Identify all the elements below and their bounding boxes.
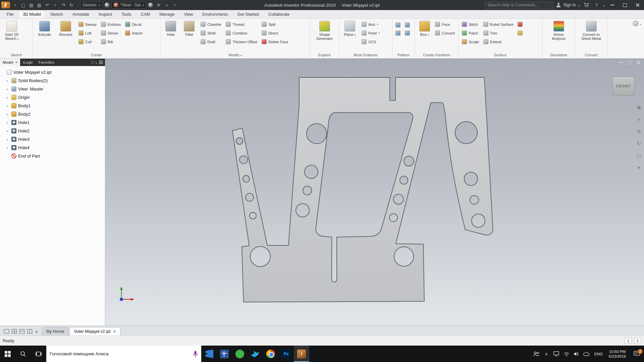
update-icon[interactable] [68, 1, 75, 9]
expand-chevron-icon[interactable] [7, 146, 10, 149]
tree-item-hole4[interactable]: Hole4 [0, 143, 105, 152]
adjust-sphere-icon[interactable] [148, 3, 153, 7]
start-button[interactable] [0, 346, 15, 362]
add-icon[interactable] [163, 1, 170, 9]
maximize-button[interactable] [620, 0, 630, 10]
alice-search-box[interactable] [46, 346, 201, 362]
tree-item-hole3[interactable]: Hole3 [0, 135, 105, 143]
circular-pattern-button[interactable] [404, 21, 412, 28]
group-label-surface[interactable]: Surface [459, 53, 542, 58]
language-indicator[interactable]: ENG [592, 352, 605, 356]
tile-windows-icon[interactable] [12, 329, 17, 334]
sign-in-caret-icon[interactable] [579, 2, 580, 8]
delete-face-button[interactable]: Delete Face [260, 38, 290, 46]
stress-analysis-button[interactable]: Stress Analysis [547, 20, 571, 41]
tree-item-view-master[interactable]: View: Master [0, 85, 105, 93]
group-label-pattern[interactable]: Pattern [392, 53, 415, 58]
tree-item-end-of-part[interactable]: End of Part [0, 152, 105, 160]
undo-caret-icon[interactable] [52, 1, 59, 9]
group-label-modify[interactable]: Modify [160, 53, 310, 58]
save-icon[interactable] [36, 1, 43, 9]
expand-chevron-icon[interactable] [7, 96, 10, 99]
app-menu-caret-icon[interactable] [11, 1, 19, 9]
tab-annotate[interactable]: Annotate [68, 10, 94, 18]
tab-document[interactable]: Voter Miqayel v2.ipt [69, 327, 120, 336]
group-label-convert[interactable]: Convert [575, 53, 607, 58]
face-button[interactable]: Face [433, 20, 457, 28]
minimize-button[interactable] [607, 0, 617, 10]
tree-item-hole2[interactable]: Hole2 [0, 127, 105, 135]
taskbar-app-photoshop[interactable]: Ps [278, 346, 294, 362]
inventor-logo-icon[interactable] [1, 2, 10, 8]
wifi-icon[interactable] [561, 352, 572, 356]
search-icon[interactable] [90, 59, 97, 66]
tab-my-home[interactable]: My Home [42, 327, 68, 336]
rib-button[interactable]: Rib [99, 38, 123, 46]
doc-minimize-button[interactable] [617, 60, 625, 65]
convert-to-sheet-metal-button[interactable]: Convert to Sheet Metal [578, 20, 605, 41]
expand-chevron-icon[interactable] [2, 71, 5, 74]
rectangular-pattern-button[interactable] [395, 21, 403, 28]
emboss-button[interactable]: Emboss [99, 20, 123, 28]
group-label-work-features[interactable]: Work Features [339, 53, 392, 58]
expand-chevron-icon[interactable] [7, 129, 10, 133]
plane-button[interactable]: Plane [341, 20, 359, 37]
start-2d-sketch-button[interactable]: Start 2D Sketch [2, 20, 22, 41]
material-select[interactable]: Generic [80, 2, 103, 9]
group-label-explore[interactable]: Explore [310, 53, 339, 58]
sketch-driven-pattern-button[interactable] [404, 29, 412, 36]
tree-item-body2[interactable]: Body2 [0, 110, 105, 118]
close-icon[interactable] [15, 60, 17, 65]
appearance-select[interactable]: *Steel - Sal [111, 2, 147, 9]
direct-button[interactable]: Direct [260, 29, 290, 37]
coil-button[interactable]: Coil [77, 38, 98, 46]
ribbon-appearance-toggle-icon[interactable] [633, 21, 638, 26]
tab-tools[interactable]: Tools [117, 10, 136, 18]
menu-icon[interactable] [97, 59, 105, 66]
vertical-tile-icon[interactable] [27, 329, 32, 334]
expand-chevron-icon[interactable] [7, 87, 10, 91]
microphone-icon[interactable] [193, 351, 198, 357]
tab-file[interactable]: File [2, 10, 18, 18]
browser-tab-model[interactable]: Model [0, 59, 20, 66]
tree-item-hole1[interactable]: Hole1 [0, 118, 105, 127]
trim-button[interactable]: Trim [482, 29, 515, 37]
loft-button[interactable]: Loft [77, 29, 98, 37]
point-button[interactable]: Point ▾ [360, 29, 381, 37]
tab-get-started[interactable]: Get Started [233, 10, 264, 18]
orbit-icon[interactable]: ↻ [636, 140, 642, 147]
chamfer-button[interactable]: Chamfer [199, 20, 223, 28]
zoom-icon[interactable]: ⊕ [636, 128, 642, 135]
taskbar-search-icon[interactable] [15, 346, 31, 362]
collapse-up-icon[interactable]: ▲ [35, 329, 38, 333]
ucs-button[interactable]: UCS [360, 38, 381, 46]
doc-restore-button[interactable] [626, 60, 633, 65]
browser-tab-favorites[interactable]: Favorites [36, 59, 57, 66]
group-label-simulation[interactable]: Simulation [542, 53, 575, 58]
tab-inspect[interactable]: Inspect [94, 10, 117, 18]
group-label-create[interactable]: Create [33, 53, 160, 58]
fillet-button[interactable]: Fillet [180, 20, 198, 37]
thread-button[interactable]: Thread [224, 20, 259, 28]
thicken-offset-button[interactable]: Thicken/ Offset [224, 38, 259, 46]
taskbar-app-office[interactable] [217, 346, 232, 362]
shape-generator-button[interactable]: Shape Generator [315, 20, 335, 41]
chevron-down-icon[interactable] [640, 21, 641, 27]
pan-icon[interactable]: + [636, 116, 642, 123]
help-caret-icon[interactable] [603, 2, 604, 8]
cascade-windows-icon[interactable] [4, 329, 9, 334]
clock[interactable]: 10:50 PM 6/23/2019 [605, 349, 629, 359]
alice-search-input[interactable] [50, 351, 190, 356]
expand-chevron-icon[interactable] [7, 113, 10, 116]
surface-tool-2-button[interactable] [516, 29, 524, 37]
doc-close-button[interactable] [635, 60, 642, 65]
mirror-button[interactable] [395, 29, 403, 36]
extend-button[interactable]: Extend [482, 38, 515, 46]
close-button[interactable] [633, 0, 643, 10]
hole-button[interactable]: Hole [162, 20, 179, 37]
tree-item-origin[interactable]: Origin [0, 93, 105, 102]
revolve-button[interactable]: Revolve [56, 20, 76, 37]
parameters-fx-icon[interactable] [155, 1, 162, 9]
extrude-button[interactable]: Extrude [35, 20, 55, 37]
navigation-wheel-icon[interactable]: ◉ [636, 104, 642, 111]
